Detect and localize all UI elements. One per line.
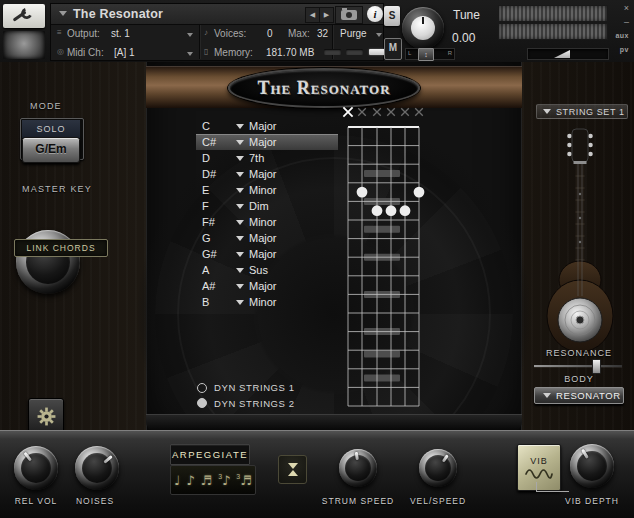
chord-type[interactable]: Sus [249, 264, 268, 276]
string-mute-x[interactable] [401, 108, 409, 116]
vib-depth-knob[interactable] [570, 444, 614, 488]
string-mute-x[interactable] [358, 108, 366, 116]
volume-slider[interactable] [527, 48, 609, 60]
chord-row-a[interactable]: ASus [196, 262, 338, 278]
string-set-dropdown[interactable]: STRING SET 1 [536, 104, 628, 119]
settings-button[interactable] [28, 398, 64, 434]
chord-type-dropdown-icon[interactable] [236, 220, 244, 225]
string-mute-x[interactable] [373, 108, 381, 116]
mute-toggle-button[interactable]: M [384, 38, 402, 60]
radio-icon[interactable] [197, 398, 207, 408]
finger-dot[interactable] [414, 187, 425, 198]
chord-row-dsharp[interactable]: D#Major [196, 166, 338, 182]
chord-row-asharp[interactable]: A#Major [196, 278, 338, 294]
chord-type-dropdown-icon[interactable] [236, 268, 244, 273]
noises-knob[interactable] [75, 446, 119, 490]
chord-row-c[interactable]: CMajor [196, 118, 338, 134]
chord-row-gsharp[interactable]: G#Major [196, 246, 338, 262]
finger-dot[interactable] [400, 205, 411, 216]
chord-type-dropdown-icon[interactable] [236, 252, 244, 257]
chord-type-dropdown-icon[interactable] [236, 204, 244, 209]
string-mute-x[interactable] [387, 108, 395, 116]
pan-slider[interactable]: L R ↕ [405, 48, 455, 60]
collapse-icon[interactable] [59, 11, 67, 16]
arpeggiate-button[interactable]: ARPEGGIATE [170, 444, 250, 465]
chord-type[interactable]: Major [249, 248, 277, 260]
edit-instrument-button[interactable] [3, 4, 45, 28]
minimize-button[interactable]: – [624, 17, 629, 27]
max-value[interactable]: 32 [317, 28, 328, 39]
midi-value[interactable]: [A] 1 [114, 47, 135, 58]
chord-type-dropdown-icon[interactable] [236, 124, 244, 129]
chord-type[interactable]: 7th [249, 152, 264, 164]
note-value-button[interactable]: ♩ [174, 474, 180, 487]
chord-type[interactable]: Minor [249, 216, 277, 228]
pv-button[interactable]: pv [620, 46, 629, 53]
chord-row-csharp[interactable]: C#Major [196, 134, 338, 150]
purge-button[interactable]: Purge [340, 28, 367, 39]
purge-dropdown-icon[interactable] [376, 33, 382, 37]
chord-row-f[interactable]: FDim [196, 198, 338, 214]
output-value[interactable]: st. 1 [111, 28, 130, 39]
link-chords-button[interactable]: LINK CHORDS [14, 239, 108, 257]
string-mute-x[interactable] [415, 108, 423, 116]
chord-type[interactable]: Dim [249, 200, 269, 212]
note-value-button[interactable]: 3♬ [236, 473, 252, 487]
chord-type[interactable]: Major [249, 232, 277, 244]
chord-type-dropdown-icon[interactable] [236, 188, 244, 193]
resonance-slider[interactable] [534, 361, 622, 371]
pan-handle[interactable]: ↕ [418, 48, 434, 61]
tune-value[interactable]: 0.00 [452, 31, 475, 45]
vib-label: VIB [530, 456, 548, 466]
master-key-button[interactable]: G/Em [22, 137, 80, 163]
memory-value: 181.70 MB [266, 47, 314, 58]
finger-dot[interactable] [386, 205, 397, 216]
snapshot-button[interactable] [335, 6, 363, 24]
radio-icon[interactable] [197, 383, 207, 393]
latch-button[interactable] [278, 455, 307, 484]
chord-row-d[interactable]: D7th [196, 150, 338, 166]
info-button[interactable]: i [367, 6, 383, 22]
output-dropdown-icon[interactable] [187, 33, 193, 37]
chord-type[interactable]: Major [249, 120, 277, 132]
option-dyn-strings-1[interactable]: DYN STRINGS 1 [197, 380, 347, 396]
aux-button[interactable]: aux [615, 32, 629, 39]
note-value-button[interactable]: ♪ [186, 474, 194, 487]
chord-type[interactable]: Minor [249, 296, 277, 308]
solo-toggle-button[interactable]: S [384, 6, 400, 26]
chord-type-dropdown-icon[interactable] [236, 300, 244, 305]
next-instrument-button[interactable]: ▶ [319, 7, 334, 23]
chord-type-dropdown-icon[interactable] [236, 284, 244, 289]
rel-vol-knob[interactable] [14, 446, 58, 490]
tune-knob[interactable] [402, 7, 444, 49]
chord-type[interactable]: Major [249, 280, 277, 292]
finger-dot[interactable] [372, 205, 383, 216]
resonator-dropdown[interactable]: RESONATOR [534, 387, 624, 404]
volume-handle[interactable] [554, 50, 570, 58]
option-dyn-strings-2[interactable]: DYN STRINGS 2 [197, 396, 347, 412]
string-mute-x[interactable] [343, 107, 352, 116]
chord-type-dropdown-icon[interactable] [236, 172, 244, 177]
prev-instrument-button[interactable]: ◀ [305, 7, 320, 23]
voices-icon: ♪ [204, 28, 208, 37]
chord-type[interactable]: Minor [249, 184, 277, 196]
chord-row-g[interactable]: GMajor [196, 230, 338, 246]
chord-type[interactable]: Major [249, 168, 277, 180]
chord-type-dropdown-icon[interactable] [236, 156, 244, 161]
chord-row-e[interactable]: EMinor [196, 182, 338, 198]
close-button[interactable]: × [624, 3, 629, 13]
chord-row-fsharp[interactable]: F#Minor [196, 214, 338, 230]
strum-speed-knob[interactable] [339, 449, 377, 487]
vel-speed-label: VEL/SPEED [390, 496, 486, 506]
chord-type[interactable]: Major [249, 136, 277, 148]
chord-type-dropdown-icon[interactable] [236, 236, 244, 241]
vel-speed-knob[interactable] [419, 449, 457, 487]
finger-dot[interactable] [357, 187, 368, 198]
note-value-button[interactable]: ♬ [200, 474, 212, 487]
chord-type-dropdown-icon[interactable] [236, 140, 244, 145]
midi-dropdown-icon[interactable] [187, 52, 193, 56]
resonance-handle[interactable] [592, 359, 601, 374]
note-value-button[interactable]: 3♪ [218, 473, 230, 487]
fretboard[interactable] [340, 101, 428, 416]
chord-row-b[interactable]: BMinor [196, 294, 338, 310]
